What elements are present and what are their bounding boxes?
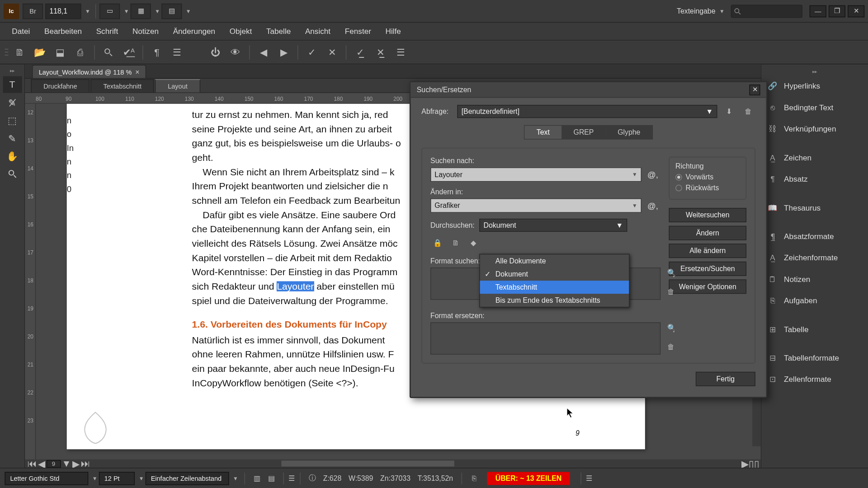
info-icon[interactable]: ⓘ bbox=[306, 470, 319, 487]
zoom-level-field[interactable]: 118,1 bbox=[45, 3, 81, 19]
print-icon[interactable]: ⎙ bbox=[71, 44, 90, 61]
find-next-button[interactable]: Weitersuchen bbox=[669, 208, 746, 222]
specify-format-icon-2[interactable]: 🔍͙ bbox=[667, 324, 676, 332]
find-input[interactable]: Layouter▼ bbox=[430, 168, 642, 182]
query-select[interactable]: [Benutzerdefiniert]▼ bbox=[457, 105, 717, 118]
change-input[interactable]: Grafiker▼ bbox=[430, 198, 642, 213]
clear-format-icon[interactable]: 🗑 bbox=[667, 288, 676, 296]
direction-backward-radio[interactable]: Rückwärts bbox=[675, 183, 740, 192]
type-tool-icon[interactable]: T bbox=[3, 76, 22, 93]
panel-notizen[interactable]: 🗒Notizen bbox=[761, 268, 868, 289]
panel-absatzformate[interactable]: ¶̲Absatzformate bbox=[761, 225, 868, 246]
menu2-icon[interactable]: ☰ bbox=[391, 44, 410, 61]
zoom-tool-icon[interactable] bbox=[3, 166, 22, 183]
position-tool-icon[interactable]: ⬚ bbox=[3, 112, 22, 129]
tab-grep[interactable]: GREP bbox=[561, 126, 606, 139]
direction-forward-radio[interactable]: Vorwärts bbox=[675, 173, 740, 181]
accept-all-icon[interactable]: ✓̲ bbox=[350, 44, 369, 61]
menu-aenderungen[interactable]: Änderungen bbox=[166, 23, 222, 40]
workspace-name[interactable]: Texteingabe bbox=[677, 7, 715, 15]
workspace-button[interactable]: ▤ bbox=[161, 3, 182, 19]
dialog-close-button[interactable]: ✕ bbox=[750, 84, 760, 95]
close-tab-icon[interactable]: × bbox=[135, 68, 139, 76]
view-tab-textabschnitt[interactable]: Textabschnitt bbox=[91, 79, 154, 92]
save-icon[interactable]: ⬓ bbox=[51, 44, 70, 61]
document-tab[interactable]: Layout_Workflow.indd @ 118 %× bbox=[32, 65, 146, 78]
menu-ansicht[interactable]: Ansicht bbox=[298, 23, 338, 40]
reject-all-icon[interactable]: ✕̲ bbox=[371, 44, 390, 61]
close-window-button[interactable]: ✕ bbox=[848, 5, 864, 17]
maximize-button[interactable]: ❐ bbox=[829, 5, 845, 17]
search-scope-select[interactable]: Dokument▼ bbox=[479, 219, 627, 232]
panel-verknüpfungen[interactable]: ⛓Verknüpfungen bbox=[761, 118, 868, 139]
status-font[interactable]: Letter Gothic Std bbox=[5, 472, 89, 485]
eye-icon[interactable]: 👁 bbox=[226, 44, 245, 61]
prev-icon[interactable]: ◀ bbox=[254, 44, 273, 61]
panel-thesaurus[interactable]: 📖Thesaurus bbox=[761, 197, 868, 218]
chevron-down-icon[interactable]: ▼ bbox=[84, 8, 92, 14]
delete-query-icon[interactable]: 🗑 bbox=[741, 105, 755, 118]
include-locked-stories-icon[interactable]: 🗎 bbox=[448, 237, 463, 250]
collapse-panels-icon[interactable]: ▸▸ bbox=[761, 69, 868, 75]
status-leading[interactable]: Einfacher Zeilenabstand bbox=[146, 472, 229, 485]
panel-tabelle[interactable]: ⊞Tabelle bbox=[761, 318, 868, 339]
menu-datei[interactable]: Datei bbox=[5, 23, 38, 40]
specify-format-icon[interactable]: 🔍͙ bbox=[667, 269, 676, 277]
menu-hilfe[interactable]: Hilfe bbox=[378, 23, 408, 40]
view-tab-layout[interactable]: Layout bbox=[155, 79, 200, 92]
hand-tool-icon[interactable]: ✋ bbox=[3, 148, 22, 164]
status-size[interactable]: 12 Pt bbox=[99, 472, 135, 485]
change-special-icon[interactable]: @, bbox=[645, 201, 660, 210]
pilcrow-icon[interactable]: ¶ bbox=[147, 44, 166, 61]
find-special-icon[interactable]: @, bbox=[645, 170, 660, 179]
power-icon[interactable]: ⏻ bbox=[206, 44, 225, 61]
dd-all-documents[interactable]: Alle Dokumente bbox=[480, 254, 629, 267]
page-number-field[interactable]: 9 bbox=[47, 460, 61, 467]
menu-fenster[interactable]: Fenster bbox=[338, 23, 378, 40]
eyedropper-tool-icon[interactable]: ✎ bbox=[3, 130, 22, 146]
bridge-button[interactable]: Br bbox=[23, 3, 43, 19]
change-find-button[interactable]: Ersetzen/Suchen bbox=[669, 262, 746, 276]
panel-zeichenformate[interactable]: A̲Zeichenformate bbox=[761, 247, 868, 268]
help-search-input[interactable] bbox=[731, 5, 802, 18]
dd-to-end[interactable]: Bis zum Ende des Textabschnitts bbox=[480, 294, 629, 307]
panel-bedingter text[interactable]: ⎋Bedingter Text bbox=[761, 97, 868, 118]
menu-icon[interactable]: ☰ bbox=[168, 44, 187, 61]
menu-notizen[interactable]: Notizen bbox=[125, 23, 166, 40]
horizontal-scrollbar[interactable]: ⏮ ◀ 9 ▼ ▶ ⏭ ▶▯▯ bbox=[25, 460, 760, 468]
dd-textabschnitt[interactable]: Textabschnitt bbox=[480, 281, 629, 294]
menu-bearbeiten[interactable]: Bearbeiten bbox=[37, 23, 89, 40]
include-locked-icon[interactable]: 🔒 bbox=[430, 237, 445, 250]
change-button[interactable]: Ändern bbox=[669, 226, 746, 240]
panel-aufgaben[interactable]: ⎘Aufgaben bbox=[761, 290, 868, 311]
align-icon[interactable]: ▤ bbox=[265, 470, 278, 487]
arrange-docs-button[interactable]: ▦ bbox=[131, 3, 151, 19]
minimize-button[interactable]: — bbox=[810, 5, 826, 17]
new-icon[interactable]: 🗎 bbox=[10, 44, 29, 61]
tab-glyphe[interactable]: Glyphe bbox=[606, 126, 652, 139]
open-icon[interactable]: 📂 bbox=[30, 44, 49, 61]
note-tool-icon[interactable]: ✎̸ bbox=[3, 94, 22, 111]
clear-format-icon-2[interactable]: 🗑 bbox=[667, 343, 676, 351]
columns-icon[interactable]: ▥ bbox=[250, 470, 264, 487]
change-all-button[interactable]: Alle ändern bbox=[669, 244, 746, 258]
reject-icon[interactable]: ✕ bbox=[322, 44, 341, 61]
format-change-box[interactable] bbox=[430, 322, 660, 354]
save-query-icon[interactable]: ⬇ bbox=[722, 105, 736, 118]
panel-zellenformate[interactable]: ⊡Zellenformate bbox=[761, 368, 868, 389]
include-hidden-icon[interactable]: ◆ bbox=[466, 237, 481, 250]
panel-zeichen[interactable]: A̲Zeichen bbox=[761, 146, 868, 168]
panel-hyperlinks[interactable]: 🔗Hyperlinks bbox=[761, 75, 868, 96]
menu-tabelle[interactable]: Tabelle bbox=[259, 23, 298, 40]
spellcheck-icon[interactable]: ✔͟ᴬ bbox=[119, 44, 138, 61]
find-icon[interactable] bbox=[99, 44, 118, 61]
overflow-icon[interactable]: ⎘ bbox=[467, 470, 481, 487]
panel-tabellenformate[interactable]: ⊟Tabellenformate bbox=[761, 347, 868, 368]
screen-mode-button[interactable]: ▭ bbox=[99, 3, 120, 19]
panel-absatz[interactable]: ¶Absatz bbox=[761, 168, 868, 189]
tab-text[interactable]: Text bbox=[524, 126, 561, 139]
accept-icon[interactable]: ✓ bbox=[302, 44, 321, 61]
next-icon[interactable]: ▶ bbox=[274, 44, 293, 61]
collapse-icon[interactable]: ▸▸ bbox=[0, 68, 24, 74]
view-tab-druckfahne[interactable]: Druckfahne bbox=[31, 79, 90, 92]
